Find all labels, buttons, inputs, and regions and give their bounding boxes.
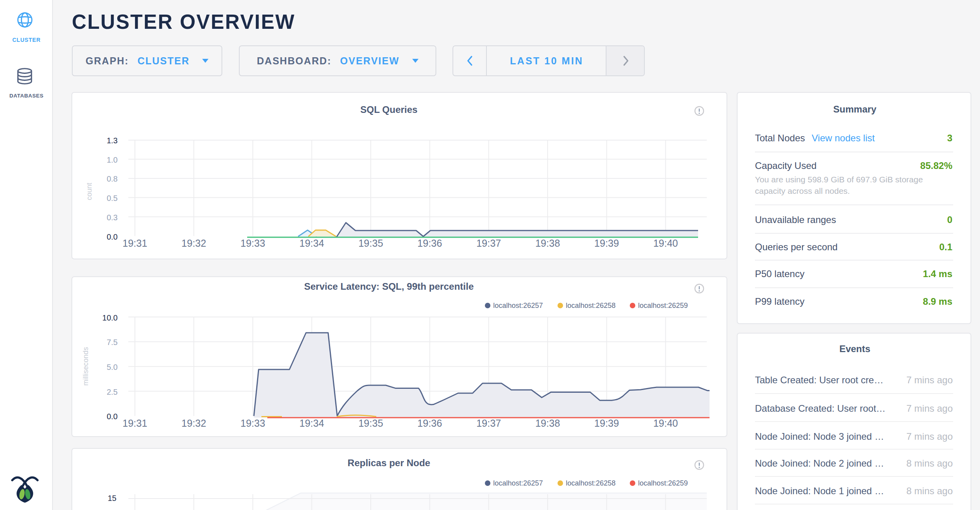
svg-text:19:38: 19:38 xyxy=(535,418,560,429)
svg-text:Service Latency: SQL, 99th per: Service Latency: SQL, 99th percentile xyxy=(304,281,474,292)
svg-text:localhost:26259: localhost:26259 xyxy=(638,302,688,309)
svg-text:19:36: 19:36 xyxy=(417,418,442,429)
svg-text:localhost:26257: localhost:26257 xyxy=(493,302,543,309)
svg-text:19:38: 19:38 xyxy=(535,238,560,249)
svg-text:19:36: 19:36 xyxy=(417,238,442,249)
svg-text:19:35: 19:35 xyxy=(359,418,383,429)
svg-text:Replicas per Node: Replicas per Node xyxy=(347,458,430,468)
svg-text:milliseconds: milliseconds xyxy=(82,347,90,386)
svg-text:19:40: 19:40 xyxy=(653,238,678,249)
svg-text:19:37: 19:37 xyxy=(476,238,501,249)
svg-text:SQL Queries: SQL Queries xyxy=(360,104,418,115)
svg-text:19:39: 19:39 xyxy=(594,238,619,249)
svg-text:localhost:26258: localhost:26258 xyxy=(566,302,616,309)
svg-text:19:33: 19:33 xyxy=(240,418,265,429)
svg-text:19:34: 19:34 xyxy=(299,238,324,249)
svg-text:19:32: 19:32 xyxy=(182,238,207,249)
svg-text:0.0: 0.0 xyxy=(107,412,118,421)
svg-text:19:32: 19:32 xyxy=(182,418,207,429)
svg-text:2.5: 2.5 xyxy=(107,388,118,396)
svg-text:1.3: 1.3 xyxy=(107,136,118,145)
svg-text:19:40: 19:40 xyxy=(653,418,678,429)
svg-text:0.8: 0.8 xyxy=(107,174,118,183)
svg-text:localhost:26259: localhost:26259 xyxy=(638,479,688,487)
svg-text:0.0: 0.0 xyxy=(107,232,118,241)
svg-text:localhost:26258: localhost:26258 xyxy=(566,479,616,487)
svg-text:19:33: 19:33 xyxy=(240,238,265,249)
svg-text:19:37: 19:37 xyxy=(476,418,501,429)
svg-text:15: 15 xyxy=(108,494,116,502)
svg-text:localhost:26257: localhost:26257 xyxy=(493,479,543,487)
svg-text:19:31: 19:31 xyxy=(122,238,147,249)
svg-text:19:35: 19:35 xyxy=(359,238,383,249)
svg-text:19:34: 19:34 xyxy=(299,418,324,429)
svg-text:5.0: 5.0 xyxy=(107,363,118,371)
svg-text:19:31: 19:31 xyxy=(122,418,147,429)
svg-text:7.5: 7.5 xyxy=(107,338,118,347)
svg-text:19:39: 19:39 xyxy=(594,418,619,429)
svg-text:0.3: 0.3 xyxy=(107,213,118,222)
svg-text:1.0: 1.0 xyxy=(107,156,118,164)
svg-text:count: count xyxy=(85,183,93,200)
svg-text:0.5: 0.5 xyxy=(107,194,118,202)
svg-text:10.0: 10.0 xyxy=(102,313,118,322)
